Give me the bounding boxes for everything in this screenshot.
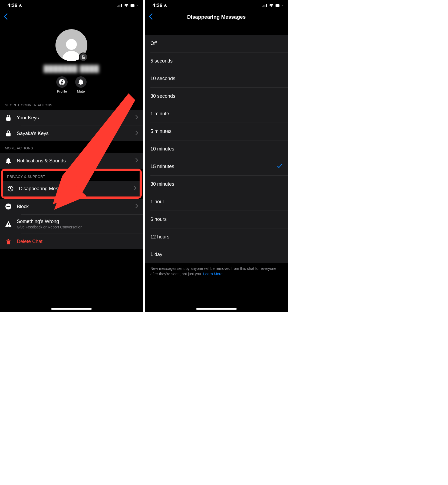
battery-icon bbox=[130, 4, 138, 7]
svg-rect-5 bbox=[131, 4, 134, 7]
lock-icon bbox=[5, 130, 12, 137]
nav-bar: Disappearing Messages bbox=[145, 10, 288, 24]
profile-label: Profile bbox=[57, 89, 67, 93]
status-icons bbox=[262, 4, 283, 7]
home-indicator[interactable] bbox=[51, 308, 92, 310]
option-row[interactable]: 15 minutes bbox=[145, 158, 288, 175]
row-somethings-wrong[interactable]: Something's Wrong Give Feedback or Repor… bbox=[0, 214, 143, 234]
signal-icon bbox=[262, 4, 267, 7]
row-label: Delete Chat bbox=[17, 239, 138, 244]
avatar-wrap[interactable] bbox=[55, 29, 87, 61]
location-icon bbox=[18, 4, 22, 7]
lock-icon bbox=[81, 55, 85, 59]
option-label: 6 hours bbox=[150, 217, 167, 222]
privacy-list-highlighted: Disappearing Messages bbox=[3, 181, 140, 196]
chevron-left-icon bbox=[4, 13, 8, 20]
row-sayakas-keys[interactable]: Sayaka's Keys bbox=[0, 126, 143, 141]
nav-bar bbox=[0, 10, 143, 24]
svg-rect-11 bbox=[6, 133, 11, 136]
section-secret-conversations: SECRET CONVERSATIONS bbox=[0, 98, 143, 110]
option-label: 10 seconds bbox=[150, 76, 175, 81]
footer-note: New messages sent by anyone will be remo… bbox=[145, 263, 288, 279]
svg-rect-8 bbox=[82, 57, 85, 59]
row-label: Your Keys bbox=[17, 115, 131, 121]
mute-label: Mute bbox=[77, 89, 85, 93]
wifi-icon bbox=[269, 4, 274, 7]
status-time: 4:36 bbox=[8, 3, 22, 8]
svg-rect-25 bbox=[282, 5, 283, 6]
row-your-keys[interactable]: Your Keys bbox=[0, 110, 143, 126]
left-screen: 4:36 bbox=[0, 0, 143, 312]
status-bar: 4:36 bbox=[0, 0, 143, 10]
chevron-right-icon bbox=[136, 131, 138, 136]
profile-button[interactable]: Profile bbox=[56, 76, 68, 93]
option-row[interactable]: 1 day bbox=[145, 246, 288, 263]
row-block[interactable]: Block bbox=[0, 199, 143, 214]
row-label: Block bbox=[17, 204, 131, 209]
history-icon bbox=[7, 185, 14, 192]
lock-icon bbox=[5, 114, 12, 121]
encryption-badge bbox=[79, 53, 88, 62]
chevron-right-icon bbox=[136, 158, 138, 163]
option-row[interactable]: 30 minutes bbox=[145, 175, 288, 193]
right-screen: 4:36 Disappearing Messages bbox=[145, 0, 288, 312]
option-label: 5 minutes bbox=[150, 129, 172, 134]
bell-icon bbox=[78, 79, 84, 85]
home-indicator[interactable] bbox=[196, 308, 237, 310]
svg-rect-20 bbox=[263, 5, 264, 7]
row-label: Sayaka's Keys bbox=[17, 131, 131, 136]
trash-icon bbox=[5, 238, 12, 245]
bell-icon bbox=[5, 157, 12, 164]
svg-rect-21 bbox=[265, 5, 265, 7]
svg-rect-22 bbox=[266, 4, 267, 7]
option-row[interactable]: 1 minute bbox=[145, 105, 288, 123]
status-bar: 4:36 bbox=[145, 0, 288, 10]
warning-icon bbox=[5, 221, 12, 228]
section-more-actions: MORE ACTIONS bbox=[0, 141, 143, 153]
block-icon bbox=[5, 203, 12, 210]
option-list: Off5 seconds10 seconds30 seconds1 minute… bbox=[145, 24, 288, 312]
option-row[interactable]: 30 seconds bbox=[145, 87, 288, 105]
svg-rect-10 bbox=[6, 117, 11, 121]
svg-rect-15 bbox=[8, 226, 9, 227]
option-row[interactable]: Off bbox=[145, 35, 288, 52]
status-icons bbox=[117, 4, 138, 7]
option-label: 10 minutes bbox=[150, 146, 174, 152]
option-label: 1 minute bbox=[150, 111, 169, 117]
row-disappearing-messages[interactable]: Disappearing Messages bbox=[3, 181, 140, 196]
svg-rect-13 bbox=[6, 206, 10, 207]
profile-header: ███████ ████ Profile Mute bbox=[0, 24, 143, 98]
option-row[interactable]: 10 minutes bbox=[145, 140, 288, 158]
svg-rect-24 bbox=[276, 4, 279, 7]
back-button[interactable] bbox=[4, 13, 8, 21]
learn-more-link[interactable]: Learn More bbox=[203, 272, 223, 276]
privacy-list-rest: Block Something's Wrong Give Feedback or… bbox=[0, 199, 143, 249]
profile-name: ███████ ████ bbox=[44, 65, 99, 73]
option-row[interactable]: 12 hours bbox=[145, 228, 288, 246]
chevron-right-icon bbox=[136, 115, 138, 120]
action-buttons: Profile Mute bbox=[56, 76, 87, 93]
option-label: 1 hour bbox=[150, 199, 164, 205]
svg-rect-6 bbox=[137, 5, 138, 6]
section-privacy: PRIVACY & SUPPORT bbox=[3, 171, 140, 181]
option-label: 15 minutes bbox=[150, 164, 174, 169]
option-row[interactable]: 5 minutes bbox=[145, 123, 288, 140]
option-row[interactable]: 6 hours bbox=[145, 211, 288, 228]
row-notifications[interactable]: Notifications & Sounds bbox=[0, 153, 143, 169]
option-label: 5 seconds bbox=[150, 58, 173, 64]
svg-point-7 bbox=[66, 39, 77, 50]
option-row[interactable]: 5 seconds bbox=[145, 52, 288, 70]
row-label: Disappearing Messages bbox=[19, 186, 129, 192]
row-sublabel: Give Feedback or Report Conversation bbox=[17, 225, 138, 229]
chevron-right-icon bbox=[134, 186, 136, 191]
wifi-icon bbox=[124, 4, 129, 7]
option-row[interactable]: 10 seconds bbox=[145, 70, 288, 87]
option-label: 12 hours bbox=[150, 234, 169, 240]
row-delete-chat[interactable]: Delete Chat bbox=[0, 234, 143, 249]
highlight-box: PRIVACY & SUPPORT Disappearing Messages bbox=[1, 169, 142, 199]
option-row[interactable]: 1 hour bbox=[145, 193, 288, 211]
svg-rect-2 bbox=[120, 5, 120, 7]
more-actions-list: Notifications & Sounds bbox=[0, 153, 143, 169]
mute-button[interactable]: Mute bbox=[75, 76, 87, 93]
chevron-right-icon bbox=[136, 204, 138, 209]
